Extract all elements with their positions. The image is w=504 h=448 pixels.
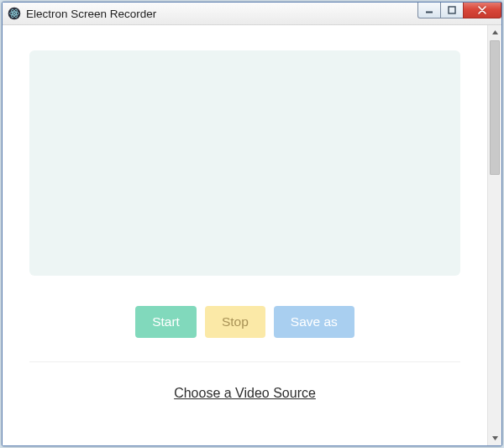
electron-icon <box>8 7 21 20</box>
app-window: Electron Screen Recorder Start Stop Save… <box>2 2 502 446</box>
svg-rect-5 <box>426 12 433 13</box>
minimize-button[interactable] <box>417 3 441 18</box>
stop-button[interactable]: Stop <box>205 306 265 338</box>
window-title: Electron Screen Recorder <box>26 8 156 20</box>
svg-rect-6 <box>449 7 455 13</box>
button-row: Start Stop Save as <box>135 306 354 338</box>
video-preview <box>29 50 460 276</box>
save-as-button[interactable]: Save as <box>274 306 354 338</box>
scroll-up-arrow-icon[interactable] <box>489 25 501 40</box>
window-controls <box>418 3 501 19</box>
start-button[interactable]: Start <box>135 306 197 338</box>
client-area: Start Stop Save as Choose a Video Source <box>3 25 501 445</box>
content: Start Stop Save as Choose a Video Source <box>3 25 487 445</box>
svg-point-4 <box>13 13 15 14</box>
vertical-scrollbar[interactable] <box>487 25 501 445</box>
close-button[interactable] <box>463 3 501 18</box>
titlebar[interactable]: Electron Screen Recorder <box>3 3 501 25</box>
choose-source-link[interactable]: Choose a Video Source <box>174 386 316 401</box>
maximize-button[interactable] <box>440 3 464 18</box>
divider <box>29 361 460 362</box>
scroll-thumb[interactable] <box>490 40 500 175</box>
scroll-down-arrow-icon[interactable] <box>489 431 501 445</box>
